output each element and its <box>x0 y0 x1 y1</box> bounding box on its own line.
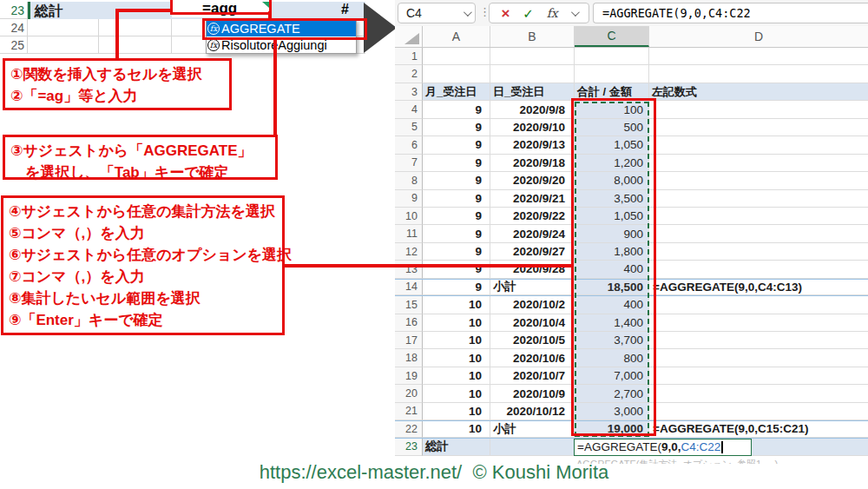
cell[interactable]: 総計 <box>423 439 490 456</box>
cell[interactable]: 9 <box>423 280 490 295</box>
cell[interactable]: 小計 <box>490 280 575 295</box>
cell[interactable]: 9 <box>423 243 490 261</box>
cell[interactable]: 2020/9/20 <box>490 172 575 189</box>
row-number[interactable]: 24 <box>0 21 24 35</box>
row-number[interactable]: 22 <box>395 421 423 437</box>
editing-cell[interactable]: =AGGREGATE(9,0,C4:C22 <box>574 439 752 457</box>
formula-input[interactable]: =AGGREGATE(9,0,C4:C22 <box>593 3 868 23</box>
cell[interactable]: 2020/10/2 <box>490 296 575 314</box>
cell[interactable]: 2020/9/27 <box>490 243 575 261</box>
row-number[interactable]: 1 <box>395 48 423 65</box>
row-number[interactable]: 17 <box>395 332 423 349</box>
cell[interactable] <box>649 172 868 189</box>
cell[interactable]: 10 <box>423 314 490 332</box>
cell[interactable] <box>649 119 868 136</box>
row-number[interactable]: 6 <box>395 136 423 154</box>
row-number[interactable]: 8 <box>395 172 423 189</box>
cell[interactable]: 2020/10/5 <box>490 332 575 349</box>
column-header-c[interactable]: C <box>575 26 649 47</box>
row-number[interactable]: 5 <box>395 119 423 136</box>
row-number[interactable]: 18 <box>395 349 423 367</box>
name-box[interactable]: C4 <box>398 3 476 23</box>
cell[interactable] <box>490 48 575 65</box>
cell[interactable]: 2020/10/7 <box>490 367 575 385</box>
cell[interactable] <box>649 65 868 83</box>
cell[interactable] <box>649 101 868 118</box>
cell[interactable] <box>649 296 868 314</box>
cell[interactable] <box>649 261 868 278</box>
cell[interactable]: =AGGREGATE(9,0,C15:C21) <box>649 421 868 437</box>
row-number[interactable]: 3 <box>395 83 423 101</box>
cell[interactable]: 2020/10/12 <box>490 403 575 420</box>
cell[interactable]: 9 <box>423 101 490 118</box>
cell[interactable] <box>649 208 868 225</box>
cell[interactable] <box>649 48 868 65</box>
row-number[interactable]: 4 <box>395 101 423 118</box>
cell[interactable]: 2020/9/24 <box>490 225 575 242</box>
cell[interactable]: 2020/10/9 <box>490 385 575 402</box>
cell[interactable] <box>575 48 649 65</box>
row-number[interactable]: 23 <box>0 3 24 17</box>
cell[interactable]: 10 <box>423 332 490 349</box>
chevron-down-icon[interactable] <box>464 8 472 17</box>
cell[interactable]: 10 <box>423 367 490 385</box>
cell[interactable]: 9 <box>423 119 490 136</box>
row-number[interactable]: 23 <box>395 439 423 456</box>
cell[interactable]: 10 <box>423 421 490 437</box>
row-number[interactable]: 2 <box>395 65 423 83</box>
cell[interactable]: 2020/10/6 <box>490 349 575 367</box>
cell[interactable] <box>575 65 649 83</box>
cell[interactable] <box>649 314 868 332</box>
cell[interactable] <box>423 48 490 65</box>
cell[interactable] <box>649 385 868 402</box>
column-header-d[interactable]: D <box>649 26 868 47</box>
cell[interactable]: 9 <box>423 136 490 154</box>
row-number[interactable]: 11 <box>395 225 423 242</box>
cell[interactable] <box>649 403 868 420</box>
row-number[interactable]: 7 <box>395 155 423 172</box>
cell[interactable] <box>490 439 575 456</box>
cell[interactable] <box>423 65 490 83</box>
insert-function-icon[interactable]: fx <box>547 6 558 20</box>
cell[interactable] <box>649 136 868 154</box>
cell[interactable]: =AGGREGATE(9,0,C4:C22 <box>575 439 868 456</box>
column-header-a[interactable]: A <box>423 26 490 47</box>
cell[interactable]: 2020/9/21 <box>490 190 575 208</box>
chevron-down-icon[interactable] <box>571 8 580 17</box>
row-number[interactable]: 25 <box>0 38 24 52</box>
cell[interactable] <box>649 243 868 261</box>
cell[interactable]: 月_受注日 <box>423 83 490 101</box>
cell[interactable] <box>649 155 868 172</box>
total-label-cell[interactable]: 総計 <box>35 3 62 21</box>
cell[interactable]: 2020/9/8 <box>490 101 575 118</box>
cell[interactable]: 9 <box>423 172 490 189</box>
cell[interactable]: 小計 <box>490 421 575 437</box>
cell[interactable] <box>649 332 868 349</box>
cell[interactable] <box>490 65 575 83</box>
cell[interactable]: =AGGREGATE(9,0,C4:C13) <box>649 280 868 295</box>
cell[interactable] <box>649 190 868 208</box>
cell[interactable]: 9 <box>423 155 490 172</box>
cell[interactable] <box>649 225 868 242</box>
row-number[interactable]: 20 <box>395 385 423 402</box>
cell[interactable]: 9 <box>423 225 490 242</box>
row-number[interactable]: 19 <box>395 367 423 385</box>
row-number[interactable]: 16 <box>395 314 423 332</box>
cell[interactable]: 10 <box>423 403 490 420</box>
enter-icon[interactable]: ✓ <box>523 7 534 20</box>
cell[interactable]: 2020/9/18 <box>490 155 575 172</box>
cell[interactable]: 2020/10/4 <box>490 314 575 332</box>
row-number[interactable]: 9 <box>395 190 423 208</box>
cell[interactable] <box>649 367 868 385</box>
cell[interactable]: 9 <box>423 208 490 225</box>
cell[interactable]: 日_受注日 <box>490 83 575 101</box>
row-number[interactable]: 10 <box>395 208 423 225</box>
row-number[interactable]: 21 <box>395 403 423 420</box>
row-number[interactable]: 14 <box>395 280 423 295</box>
cell[interactable]: 9 <box>423 190 490 208</box>
cell[interactable]: 2020/9/10 <box>490 119 575 136</box>
cell[interactable]: 2020/9/22 <box>490 208 575 225</box>
cell[interactable]: 10 <box>423 296 490 314</box>
cell[interactable]: 10 <box>423 349 490 367</box>
row-number[interactable]: 15 <box>395 296 423 314</box>
